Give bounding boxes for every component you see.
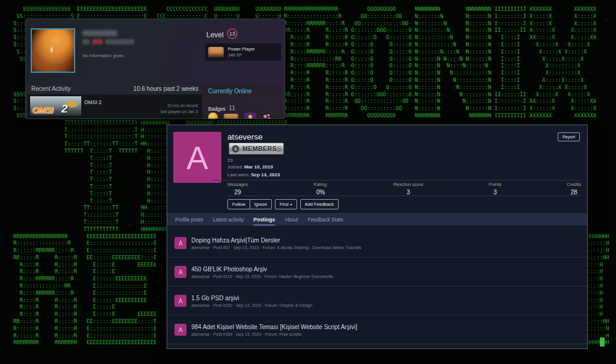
level-value: 13	[229, 31, 235, 37]
members-banner-label: MEMBERS	[242, 145, 277, 152]
capsule-logo-number: 2	[61, 102, 68, 116]
stats-row: Messages 29 Rating: 0% Reaction score 3 …	[227, 182, 581, 196]
tab-feedback-stats[interactable]: Feedback Stats	[307, 213, 343, 226]
badge-icons-row	[208, 113, 272, 119]
postings-list: A Doping Hafıza Arşivi|Tüm Dersler atsev…	[167, 229, 587, 344]
game-name-link[interactable]: OMSI 2	[84, 99, 102, 105]
tab-about[interactable]: About	[285, 213, 298, 226]
joined-row: Joined: Mar 10, 2019	[227, 164, 273, 170]
divider	[212, 180, 581, 180]
online-status: Currently Online	[208, 88, 251, 94]
featured-badge[interactable]: Power Player 348 XP	[205, 43, 281, 61]
post-row: A 1.5 Gb PSD arşivi atseverse · Post #15…	[167, 286, 587, 315]
blurred-username	[82, 30, 117, 36]
splatter-badge-icon[interactable]	[262, 113, 272, 119]
members-shield-icon: S	[232, 145, 239, 153]
members-banner-ghost: S	[277, 145, 282, 153]
post-title-link[interactable]: Doping Hafıza Arşivi|Tüm Dersler	[191, 237, 280, 244]
badges-count: 11	[229, 104, 235, 111]
post-avatar[interactable]: A	[174, 324, 186, 336]
post-title-link[interactable]: 450 GB'LIK Photoshop Arşiv	[191, 266, 267, 273]
post-row: A 984 Adet Kişisel Website Teması [Kişis…	[167, 315, 587, 344]
last-seen-value: Sep 13, 2023	[251, 172, 280, 177]
blurred-location	[105, 39, 134, 45]
ignore-button[interactable]: Ignore	[250, 199, 272, 209]
follow-button[interactable]: Follow	[227, 199, 250, 209]
last-seen-label: Last seen:	[227, 172, 250, 177]
profile-actions: Follow Ignore Find ▾ Add Feedback	[227, 199, 339, 209]
post-title-link[interactable]: 1.5 Gb PSD arşivi	[191, 295, 239, 301]
last-seen-row: Last seen: Sep 13, 2023	[227, 172, 280, 177]
badge-title: Power Player	[228, 46, 255, 52]
add-feedback-button[interactable]: Add Feedback	[300, 199, 339, 209]
recent-activity-hours: 10.6 hours past 2 weeks	[134, 85, 199, 92]
stat-points[interactable]: Points 3	[489, 182, 502, 196]
post-meta: atseverse · Post #57 · Sep 13, 2023 · Fo…	[191, 245, 362, 250]
joined-value: Mar 10, 2019	[244, 164, 273, 170]
capsule-logo-text: OMSI	[32, 105, 52, 115]
game-row: OMSI 2 OMSI 2 20 hrs on record last play…	[28, 94, 202, 119]
forum-profile-window: Report A atseverse S MEMBERS S 23 Joined…	[167, 125, 588, 349]
post-meta: atseverse · Post #150 · Sep 13, 2023 · F…	[191, 303, 312, 307]
stat-rating: Rating: 0%	[313, 182, 328, 196]
hours-on-record: 20 hrs on record	[167, 103, 198, 108]
glove-badge-icon[interactable]	[224, 114, 238, 120]
recent-activity-title: Recent Activity	[31, 85, 71, 92]
level-badge: 13	[227, 28, 238, 39]
joined-label: Joined:	[227, 164, 243, 170]
user-age: 23	[227, 158, 233, 163]
stat-credits[interactable]: Credits 28	[567, 182, 581, 196]
game-capsule[interactable]: OMSI 2	[30, 96, 81, 116]
blurred-red-tag	[92, 39, 103, 45]
level-label: Level	[206, 31, 224, 39]
forum-avatar[interactable]: A	[173, 132, 221, 183]
members-banner: S MEMBERS S	[229, 143, 284, 155]
post-meta: atseverse · Post #119 · Sep 13, 2023 · F…	[191, 274, 333, 279]
profile-tab-bar: Profile posts Latest activity Postings A…	[167, 213, 587, 226]
stat-reaction-score[interactable]: Reaction score 3	[393, 182, 424, 196]
stat-messages[interactable]: Messages 29	[227, 182, 248, 196]
profile-summary: No information given.	[82, 53, 125, 58]
steam-avatar[interactable]	[31, 28, 75, 73]
chevron-down-icon: ▾	[291, 202, 292, 206]
page-title-username: atseverse	[227, 132, 263, 141]
tab-latest-activity[interactable]: Latest activity	[213, 213, 244, 226]
last-played: last played on Jan 3	[161, 110, 198, 114]
power-player-badge-icon	[208, 47, 224, 57]
post-avatar[interactable]: A	[174, 237, 186, 249]
report-button[interactable]: Report	[558, 132, 580, 141]
recent-activity-header: Recent Activity 10.6 hours past 2 weeks	[28, 84, 202, 94]
coin-badge-icon[interactable]	[208, 113, 218, 119]
blurred-flag	[82, 39, 90, 45]
avatar-letter: A	[186, 139, 208, 176]
terminal-cursor	[600, 338, 605, 347]
tab-postings[interactable]: Postings	[253, 213, 275, 226]
post-title-link[interactable]: 984 Adet Kişisel Website Teması [Kişisel…	[191, 324, 357, 330]
post-meta: atseverse · Post #184 · Sep 13, 2023 · F…	[191, 332, 301, 336]
status-panel: Currently Online Badges 11	[203, 84, 282, 119]
desktop: SSSSSSSSSSSSSSS EEEEEEEEEEEEEEEEEEEEEE C…	[0, 0, 616, 364]
post-row: A 450 GB'LIK Photoshop Arşiv atseverse ·…	[167, 258, 587, 286]
badge-xp: 348 XP	[228, 53, 242, 57]
years-badge-icon[interactable]	[244, 113, 256, 119]
post-avatar[interactable]: A	[174, 266, 186, 278]
steam-profile-window: No information given. Level 13 Power Pla…	[25, 19, 285, 119]
post-row: A Doping Hafıza Arşivi|Tüm Dersler atsev…	[167, 229, 587, 258]
post-avatar[interactable]: A	[174, 295, 186, 307]
find-button[interactable]: Find ▾	[275, 199, 297, 209]
badges-label[interactable]: Badges	[208, 106, 226, 112]
tab-profile-posts[interactable]: Profile posts	[175, 213, 203, 226]
divider	[227, 196, 581, 196]
